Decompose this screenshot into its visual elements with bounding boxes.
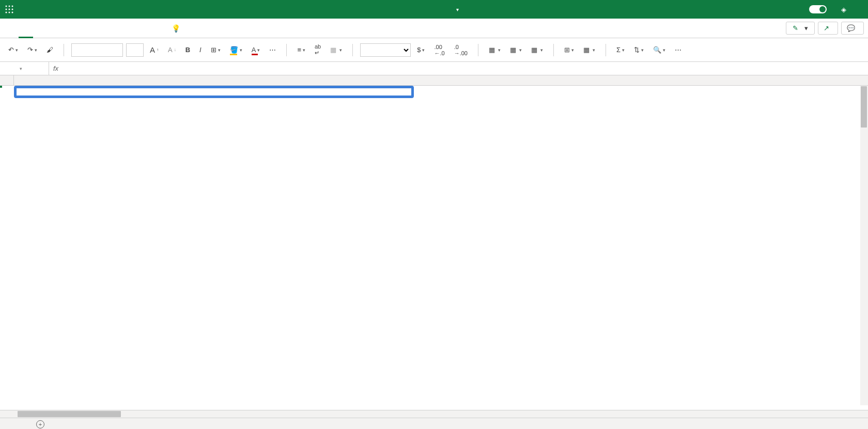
sort-filter-button[interactable]: ⇅▾ bbox=[631, 44, 647, 56]
merge-button[interactable]: ▦ ▾ bbox=[327, 44, 345, 56]
share-icon: ↗ bbox=[824, 24, 829, 32]
pencil-icon: ✎ bbox=[793, 24, 798, 32]
vertical-scrollbar[interactable] bbox=[860, 86, 868, 405]
grow-font-button[interactable]: A↑ bbox=[147, 43, 162, 56]
ribbon-tabs: 💡 ✎▾ ↗ 💬 bbox=[0, 19, 868, 38]
sheet-tabs: + bbox=[0, 418, 868, 429]
autosum-button[interactable]: Σ▾ bbox=[613, 44, 628, 56]
tab-review[interactable] bbox=[76, 19, 91, 38]
column-headers bbox=[0, 75, 868, 86]
tell-me-search[interactable]: 💡 bbox=[163, 24, 193, 33]
tab-view[interactable] bbox=[91, 19, 105, 38]
tab-table-design[interactable] bbox=[120, 19, 134, 38]
align-button[interactable]: ≡▾ bbox=[294, 44, 308, 56]
select-all-button[interactable] bbox=[0, 75, 14, 85]
name-box[interactable]: ▾ bbox=[0, 62, 49, 75]
tab-insert[interactable] bbox=[33, 19, 48, 38]
undo-button[interactable]: ↶▾ bbox=[5, 44, 21, 56]
font-color-button[interactable]: A▾ bbox=[249, 44, 264, 56]
font-name-input[interactable] bbox=[71, 43, 123, 57]
format-painter-button[interactable]: 🖌 bbox=[43, 44, 56, 56]
single-line-ribbon-toggle[interactable] bbox=[809, 5, 831, 13]
ribbon-more-button[interactable]: ⋯ bbox=[672, 44, 685, 56]
editing-mode-button[interactable]: ✎▾ bbox=[786, 22, 815, 35]
find-button[interactable]: 🔍▾ bbox=[650, 44, 669, 56]
formula-input[interactable] bbox=[63, 62, 868, 75]
tab-home[interactable] bbox=[19, 19, 33, 38]
comments-button[interactable]: 💬 bbox=[841, 22, 864, 35]
tab-formulas[interactable] bbox=[48, 19, 62, 38]
format-as-table-button[interactable]: ▦ ▾ bbox=[528, 44, 546, 56]
cell-styles-button[interactable]: ▦ ▾ bbox=[507, 44, 525, 56]
toggle-switch[interactable] bbox=[809, 5, 827, 13]
svg-point-2 bbox=[12, 6, 13, 7]
currency-button[interactable]: $▾ bbox=[414, 44, 428, 56]
formula-bar: ▾ fx bbox=[0, 62, 868, 75]
spreadsheet-grid bbox=[0, 75, 868, 418]
document-title[interactable]: ▾ bbox=[103, 7, 809, 12]
lightbulb-icon: 💡 bbox=[172, 24, 180, 33]
svg-point-4 bbox=[9, 9, 10, 10]
horizontal-scrollbar[interactable] bbox=[0, 410, 868, 418]
decrease-decimal-button[interactable]: .00←.0 bbox=[431, 42, 447, 58]
number-format-select[interactable] bbox=[360, 43, 411, 57]
svg-point-1 bbox=[9, 6, 10, 7]
conditional-formatting-button[interactable]: ▦ ▾ bbox=[486, 44, 504, 56]
svg-point-8 bbox=[12, 12, 13, 13]
format-cells-button[interactable]: ▦ ▾ bbox=[580, 44, 598, 56]
title-bar: ▾ ◈ bbox=[0, 0, 868, 19]
go-premium-button[interactable]: ◈ bbox=[841, 6, 849, 13]
svg-point-7 bbox=[9, 12, 10, 13]
insert-cells-button[interactable]: ⊞▾ bbox=[561, 44, 577, 56]
fx-icon[interactable]: fx bbox=[49, 62, 63, 75]
font-size-input[interactable] bbox=[126, 43, 144, 57]
ribbon-toolbar: ↶▾ ↷▾ 🖌 A↑ A↓ B I ⊞▾ 🪣▾ A▾ ⋯ ≡▾ ab↵ ▦ ▾ … bbox=[0, 38, 868, 62]
svg-point-0 bbox=[6, 6, 7, 7]
tab-help[interactable] bbox=[105, 19, 120, 38]
wrap-text-button[interactable]: ab↵ bbox=[312, 41, 324, 58]
svg-point-6 bbox=[6, 12, 7, 13]
borders-button[interactable]: ⊞▾ bbox=[208, 44, 224, 56]
active-cell-border bbox=[0, 86, 2, 88]
tab-data[interactable] bbox=[62, 19, 76, 38]
increase-decimal-button[interactable]: .0→.00 bbox=[451, 42, 471, 58]
svg-point-5 bbox=[12, 9, 13, 10]
share-button[interactable]: ↗ bbox=[818, 22, 838, 35]
add-sheet-button[interactable]: + bbox=[34, 418, 47, 430]
bold-button[interactable]: B bbox=[182, 44, 193, 56]
selection-highlight bbox=[14, 86, 414, 98]
tab-file[interactable] bbox=[4, 19, 19, 38]
chevron-down-icon: ▾ bbox=[456, 7, 459, 12]
fill-color-button[interactable]: 🪣▾ bbox=[227, 44, 245, 56]
comment-icon: 💬 bbox=[847, 24, 855, 32]
redo-button[interactable]: ↷▾ bbox=[24, 44, 40, 56]
italic-button[interactable]: I bbox=[196, 44, 205, 56]
shrink-font-button[interactable]: A↓ bbox=[165, 44, 179, 56]
svg-point-3 bbox=[6, 9, 7, 10]
app-launcher-icon[interactable] bbox=[0, 0, 19, 19]
more-font-options[interactable]: ⋯ bbox=[266, 44, 279, 56]
diamond-icon: ◈ bbox=[841, 6, 846, 13]
